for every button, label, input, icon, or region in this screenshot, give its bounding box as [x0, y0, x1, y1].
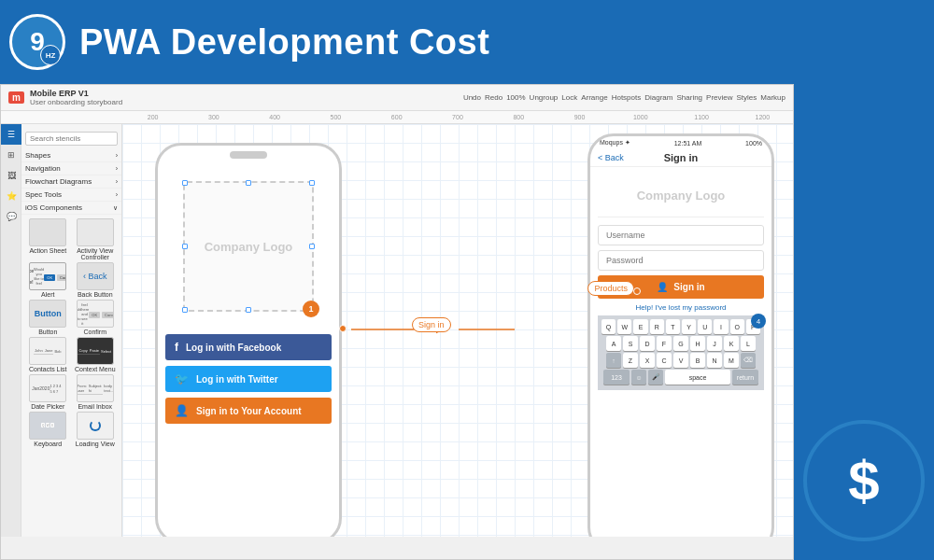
- stencil-section-flowchart[interactable]: Flowchart Diagrams›: [21, 175, 121, 189]
- dollar-sign-circle: $: [803, 420, 925, 541]
- sidebar-icon-comments[interactable]: 💬: [1, 206, 21, 227]
- left-sidebar: ☰ ⊞ 🖼 ⭐ 💬 Shapes› Na: [1, 124, 122, 537]
- stencil-panel: Shapes› Navigation› Flowchart Diagrams› …: [21, 124, 121, 537]
- list-item[interactable]: Would you like tofeel here and see it OK…: [73, 300, 119, 335]
- list-item[interactable]: From: user Subject: hi body text... Emai…: [73, 374, 119, 410]
- key-h[interactable]: H: [690, 336, 705, 351]
- ungroup-button[interactable]: Ungroup: [530, 93, 559, 102]
- design-tool-panel: m Mobile ERP V1 User onboarding storyboa…: [0, 84, 794, 560]
- key-m[interactable]: M: [724, 353, 739, 368]
- key-w[interactable]: W: [617, 319, 631, 334]
- list-item[interactable]: Copy Paste Select Context Menu: [73, 337, 119, 372]
- username-field[interactable]: [598, 225, 764, 245]
- stencil-section-spec[interactable]: Spec Tools›: [21, 189, 121, 202]
- selection-handle[interactable]: [309, 180, 315, 186]
- key-j[interactable]: J: [707, 336, 722, 351]
- search-input[interactable]: [25, 132, 118, 146]
- list-item[interactable]: Jan2020 1234567 Date Picker: [25, 374, 71, 410]
- preview-button[interactable]: Preview: [706, 93, 732, 102]
- stencil-search[interactable]: [21, 124, 121, 149]
- zoom-display: 100%: [506, 93, 525, 102]
- facebook-icon: f: [175, 341, 178, 354]
- selection-handle[interactable]: [309, 244, 315, 249]
- key-o[interactable]: O: [730, 319, 744, 334]
- signin-floating-label[interactable]: Sign in: [412, 317, 451, 332]
- page-title: PWA Development Cost: [79, 22, 489, 63]
- password-field[interactable]: [598, 250, 764, 271]
- sharing-button[interactable]: Sharing: [676, 93, 702, 102]
- key-d[interactable]: D: [640, 336, 655, 351]
- sidebar-icon-images[interactable]: 🖼: [1, 165, 21, 186]
- phone-back-button[interactable]: < Back: [598, 153, 624, 162]
- selection-handle[interactable]: [182, 307, 188, 313]
- key-q[interactable]: Q: [601, 319, 616, 334]
- list-item[interactable]: Activity View Controller: [73, 218, 119, 260]
- sidebar-icon-icons[interactable]: ⭐: [1, 186, 21, 206]
- list-item[interactable]: Q W E Keyboard: [25, 412, 71, 447]
- stencil-section-ios[interactable]: iOS Components∨: [21, 202, 121, 215]
- canvas-area[interactable]: Company Logo 1: [122, 124, 793, 537]
- key-g[interactable]: G: [673, 336, 688, 351]
- key-e[interactable]: E: [633, 319, 647, 334]
- stencil-section-navigation[interactable]: Navigation›: [21, 162, 121, 175]
- tool-topbar: m Mobile ERP V1 User onboarding storyboa…: [1, 85, 793, 111]
- key-i[interactable]: I: [714, 319, 728, 334]
- key-mic[interactable]: 🎤: [648, 370, 663, 385]
- sidebar-icon-stencils[interactable]: ☰: [1, 124, 21, 145]
- selection-handle[interactable]: [182, 244, 188, 249]
- tool-title-group: Mobile ERP V1 User onboarding storyboard: [30, 89, 122, 106]
- list-item[interactable]: Place is here! Would you like to feel OK…: [25, 262, 71, 298]
- key-b[interactable]: B: [690, 353, 705, 368]
- stencil-section-shapes[interactable]: Shapes›: [21, 149, 121, 162]
- key-c[interactable]: C: [657, 353, 672, 368]
- list-item[interactable]: John Jane Bob Contacts List: [25, 337, 71, 372]
- key-s[interactable]: S: [623, 336, 638, 351]
- arrange-button[interactable]: Arrange: [581, 93, 607, 102]
- key-space[interactable]: space: [665, 370, 730, 385]
- key-u[interactable]: U: [698, 319, 712, 334]
- key-emoji[interactable]: ☺: [631, 370, 646, 385]
- key-f[interactable]: F: [657, 336, 672, 351]
- key-y[interactable]: Y: [682, 319, 696, 334]
- tool-actions[interactable]: Undo Redo 100% Ungroup Lock Arrange Hots…: [463, 93, 785, 102]
- key-z[interactable]: Z: [623, 353, 638, 368]
- twitter-login-button[interactable]: 🐦 Log in with Twitter: [165, 366, 332, 392]
- list-item[interactable]: Action Sheet: [25, 218, 71, 260]
- facebook-login-button[interactable]: f Log in with Facebook: [165, 334, 332, 360]
- styles-button[interactable]: Styles: [737, 93, 757, 102]
- key-backspace[interactable]: ⌫: [741, 353, 756, 368]
- signin-account-button[interactable]: 👤 Sign in to Your Account: [165, 398, 332, 424]
- key-t[interactable]: T: [666, 319, 680, 334]
- selection-handle[interactable]: [182, 180, 188, 186]
- key-k[interactable]: K: [724, 336, 739, 351]
- redo-button[interactable]: Redo: [485, 93, 502, 102]
- selection-handle[interactable]: [246, 180, 251, 186]
- key-123[interactable]: 123: [603, 370, 630, 385]
- lock-button[interactable]: Lock: [561, 93, 577, 102]
- key-a[interactable]: A: [606, 336, 621, 351]
- keyboard-row-2: A S D F G H J K L: [601, 336, 760, 351]
- markup-button[interactable]: Markup: [760, 93, 785, 102]
- undo-button[interactable]: Undo: [463, 93, 481, 102]
- key-r[interactable]: R: [650, 319, 664, 334]
- key-l[interactable]: L: [741, 336, 756, 351]
- key-return[interactable]: return: [732, 370, 758, 385]
- diagram-button[interactable]: Diagram: [644, 93, 672, 102]
- stencil-items: Action Sheet Activity View Controller Pl…: [21, 215, 121, 451]
- key-shift[interactable]: ↑: [606, 353, 621, 368]
- key-n[interactable]: N: [707, 353, 722, 368]
- keyboard: Q W E R T Y U I O P: [598, 315, 764, 390]
- list-item[interactable]: Button Button: [25, 300, 71, 335]
- forgot-password-link[interactable]: Help! I've lost my password: [598, 303, 764, 312]
- phone-frame-right: Moqups ✦ 12:51 AM 100% < Back Sign in Co…: [587, 133, 774, 537]
- hotspots-button[interactable]: Hotspots: [612, 93, 642, 102]
- list-item[interactable]: Loading View: [73, 412, 119, 447]
- selection-handle[interactable]: [246, 307, 251, 313]
- company-logo-right: Company Logo: [598, 175, 764, 217]
- key-x[interactable]: X: [640, 353, 655, 368]
- key-v[interactable]: V: [673, 353, 688, 368]
- tool-content: ☰ ⊞ 🖼 ⭐ 💬 Shapes› Na: [1, 124, 793, 537]
- sidebar-icon-pages[interactable]: ⊞: [1, 145, 21, 165]
- products-label[interactable]: Products: [587, 281, 634, 296]
- list-item[interactable]: ‹ Back Back Button: [73, 262, 119, 298]
